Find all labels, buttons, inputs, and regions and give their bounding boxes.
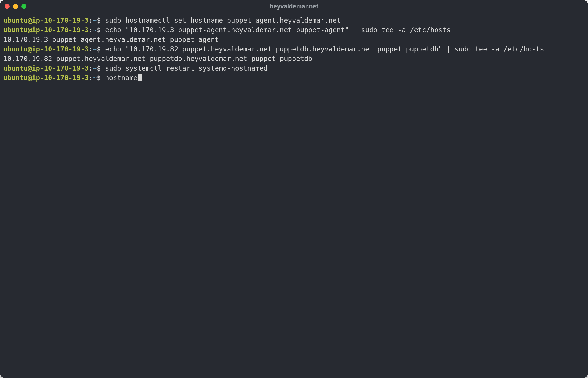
prompt-dollar: $ [97, 74, 101, 82]
output-1: 10.170.19.3 puppet-agent.heyvaldemar.net… [3, 36, 219, 44]
prompt-user: ubuntu@ip-10-170-19-3 [3, 26, 89, 34]
prompt-dollar: $ [97, 17, 101, 24]
terminal-window: heyvaldemar.net ubuntu@ip-10-170-19-3:~$… [0, 0, 588, 378]
prompt-colon: : [89, 26, 93, 34]
prompt-path: ~ [93, 45, 97, 53]
minimize-icon[interactable] [13, 4, 18, 9]
title-bar: heyvaldemar.net [0, 0, 588, 13]
prompt-dollar: $ [97, 64, 101, 72]
prompt-colon: : [89, 64, 93, 72]
prompt-path: ~ [93, 74, 97, 82]
prompt-path: ~ [93, 26, 97, 34]
prompt-user: ubuntu@ip-10-170-19-3 [3, 74, 89, 82]
prompt-colon: : [89, 74, 93, 82]
prompt-user: ubuntu@ip-10-170-19-3 [3, 64, 89, 72]
cursor-icon [138, 74, 142, 81]
prompt-colon: : [89, 45, 93, 53]
prompt-user: ubuntu@ip-10-170-19-3 [3, 45, 89, 53]
prompt-dollar: $ [97, 26, 101, 34]
command-5: hostname [105, 74, 138, 82]
command-2: echo "10.170.19.3 puppet-agent.heyvaldem… [105, 26, 450, 34]
output-2: 10.170.19.82 puppet.heyvaldemar.net pupp… [3, 55, 312, 63]
command-3: echo "10.170.19.82 puppet.heyvaldemar.ne… [105, 45, 544, 53]
close-icon[interactable] [5, 4, 10, 9]
traffic-lights [5, 4, 26, 9]
prompt-path: ~ [93, 17, 97, 24]
prompt-dollar: $ [97, 45, 101, 53]
command-1: sudo hostnamectl set-hostname puppet-age… [105, 17, 341, 24]
zoom-icon[interactable] [21, 4, 26, 9]
command-4: sudo systemctl restart systemd-hostnamed [105, 64, 268, 72]
prompt-user: ubuntu@ip-10-170-19-3 [3, 17, 89, 24]
prompt-path: ~ [93, 64, 97, 72]
prompt-colon: : [89, 17, 93, 24]
window-title: heyvaldemar.net [0, 3, 588, 10]
terminal-body[interactable]: ubuntu@ip-10-170-19-3:~$ sudo hostnamect… [0, 13, 588, 378]
